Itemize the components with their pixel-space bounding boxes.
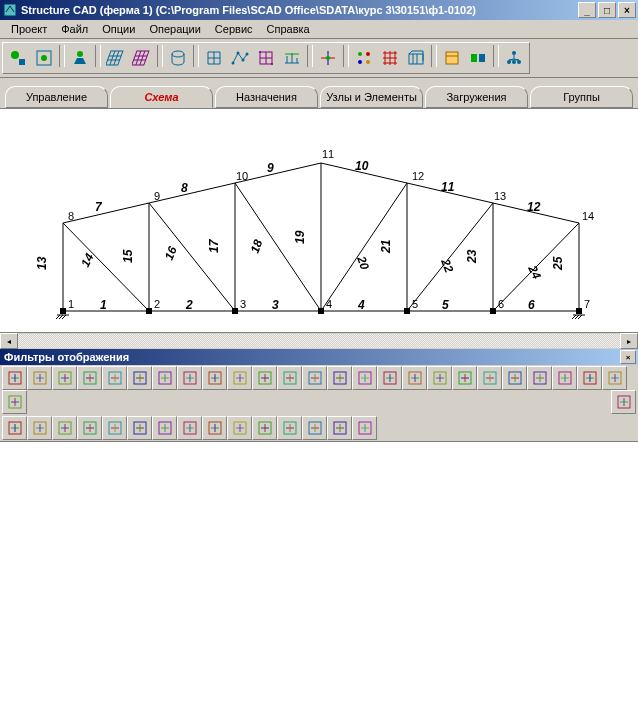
filter-btn-2-4[interactable]: [102, 416, 127, 440]
tool-btn-14[interactable]: [403, 45, 429, 71]
svg-text:4: 4: [326, 298, 332, 310]
filter-btn-1-13[interactable]: [327, 366, 352, 390]
model-canvas[interactable]: 1234567891011121314123456789101112131415…: [0, 109, 638, 332]
tab-management[interactable]: Управление: [5, 86, 108, 108]
menu-options[interactable]: Опции: [95, 21, 142, 37]
scroll-left-button[interactable]: ◂: [0, 333, 18, 349]
tool-btn-5[interactable]: [129, 45, 155, 71]
filter-btn-1-3[interactable]: [77, 366, 102, 390]
filter-btn-2-9[interactable]: [227, 416, 252, 440]
svg-line-55: [63, 203, 149, 223]
filter-btn-1-9[interactable]: [227, 366, 252, 390]
menu-service[interactable]: Сервис: [208, 21, 260, 37]
tab-schema[interactable]: Схема: [110, 86, 213, 108]
filter-btn-1-22[interactable]: [552, 366, 577, 390]
filter-btn-1-21[interactable]: [527, 366, 552, 390]
filter-btn-2-13[interactable]: [327, 416, 352, 440]
tool-btn-11[interactable]: [315, 45, 341, 71]
filter-btn-1-2[interactable]: [52, 366, 77, 390]
close-button[interactable]: ×: [618, 2, 636, 18]
svg-line-68: [321, 183, 407, 311]
filter-btn-1-23[interactable]: [577, 366, 602, 390]
tab-loadings[interactable]: Загружения: [425, 86, 528, 108]
filter-btn-2-6[interactable]: [152, 416, 177, 440]
svg-point-4: [41, 55, 47, 61]
filter-btn-1-12[interactable]: [302, 366, 327, 390]
filter-btn-2-10[interactable]: [252, 416, 277, 440]
filter-btn-1-99[interactable]: [611, 390, 636, 414]
svg-point-18: [237, 52, 240, 55]
scroll-track[interactable]: [18, 334, 620, 348]
filter-btn-1-19[interactable]: [477, 366, 502, 390]
svg-text:2: 2: [154, 298, 160, 310]
tool-btn-6[interactable]: [165, 45, 191, 71]
filter-btn-2-8[interactable]: [202, 416, 227, 440]
filter-btn-1-1[interactable]: [27, 366, 52, 390]
menu-file[interactable]: Файл: [54, 21, 95, 37]
filter-btn-2-5[interactable]: [127, 416, 152, 440]
toolbar-separator: [59, 45, 65, 67]
filter-btn-1-5[interactable]: [127, 366, 152, 390]
tool-btn-13[interactable]: [377, 45, 403, 71]
svg-text:10: 10: [236, 170, 248, 182]
maximize-button[interactable]: □: [598, 2, 616, 18]
tool-btn-8[interactable]: [227, 45, 253, 71]
svg-text:11: 11: [441, 180, 455, 194]
menu-help[interactable]: Справка: [260, 21, 317, 37]
filter-btn-2-2[interactable]: [52, 416, 77, 440]
tool-btn-3[interactable]: [67, 45, 93, 71]
tool-btn-15[interactable]: [439, 45, 465, 71]
filter-btn-1-18[interactable]: [452, 366, 477, 390]
tool-btn-16[interactable]: [465, 45, 491, 71]
tab-assignments[interactable]: Назначения: [215, 86, 318, 108]
filter-btn-1-11[interactable]: [277, 366, 302, 390]
filter-btn-1-20[interactable]: [502, 366, 527, 390]
filter-btn-2-12[interactable]: [302, 416, 327, 440]
svg-text:5: 5: [412, 298, 418, 310]
svg-text:20: 20: [354, 253, 372, 272]
filters-close-button[interactable]: ×: [620, 350, 636, 364]
filter-btn-1-6[interactable]: [152, 366, 177, 390]
toolbar-separator: [493, 45, 499, 67]
filter-btn-2-11[interactable]: [277, 416, 302, 440]
filter-btn-1-4[interactable]: [102, 366, 127, 390]
filter-btn-2-0[interactable]: [2, 416, 27, 440]
filter-btn-1-16[interactable]: [402, 366, 427, 390]
menu-project[interactable]: Проект: [4, 21, 54, 37]
filter-btn-2-7[interactable]: [177, 416, 202, 440]
tool-btn-2[interactable]: [31, 45, 57, 71]
svg-point-19: [242, 59, 245, 62]
filters-panel: [0, 365, 638, 442]
filter-btn-1-8[interactable]: [202, 366, 227, 390]
horizontal-scrollbar[interactable]: ◂ ▸: [0, 332, 638, 349]
menu-operations[interactable]: Операции: [142, 21, 207, 37]
svg-point-29: [326, 56, 330, 60]
filter-btn-1-7[interactable]: [177, 366, 202, 390]
window-title: Structure CAD (ферма 1) (C:\Program File…: [21, 4, 576, 16]
filter-btn-1-10[interactable]: [252, 366, 277, 390]
minimize-button[interactable]: _: [578, 2, 596, 18]
tool-btn-10[interactable]: [279, 45, 305, 71]
filter-btn-2-1[interactable]: [27, 416, 52, 440]
filter-btn-1-14[interactable]: [352, 366, 377, 390]
tool-btn-4[interactable]: [103, 45, 129, 71]
filter-btn-2-14[interactable]: [352, 416, 377, 440]
tool-btn-1[interactable]: [5, 45, 31, 71]
filter-btn-1-0[interactable]: [2, 366, 27, 390]
filter-btn-1-24[interactable]: [602, 366, 627, 390]
tab-groups[interactable]: Группы: [530, 86, 633, 108]
svg-rect-80: [576, 308, 582, 314]
tool-btn-9[interactable]: [253, 45, 279, 71]
tool-btn-12[interactable]: [351, 45, 377, 71]
svg-point-20: [246, 53, 249, 56]
filter-btn-1-17[interactable]: [427, 366, 452, 390]
scroll-right-button[interactable]: ▸: [620, 333, 638, 349]
tool-btn-7[interactable]: [201, 45, 227, 71]
svg-text:14: 14: [582, 210, 594, 222]
tab-nodes-elements[interactable]: Узлы и Элементы: [320, 86, 423, 108]
filter-btn-1-15[interactable]: [377, 366, 402, 390]
tool-btn-17[interactable]: [501, 45, 527, 71]
filter-btn-2-3[interactable]: [77, 416, 102, 440]
filter-btn-1-25[interactable]: [2, 390, 27, 414]
svg-rect-37: [446, 52, 458, 64]
